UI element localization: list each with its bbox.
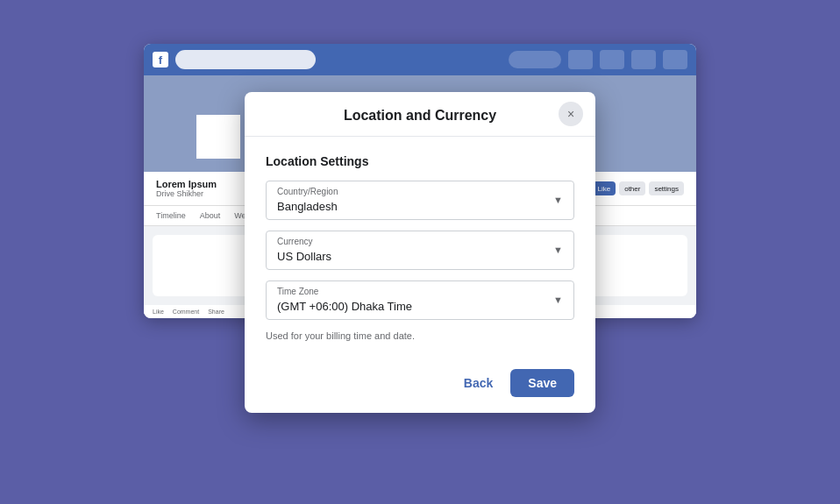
timezone-select[interactable]: Time Zone (GMT +06:00) Dhaka Time ▼ [266, 280, 574, 320]
section-title: Location Settings [266, 154, 574, 168]
location-currency-modal: Location and Currency × Location Setting… [245, 92, 595, 413]
timezone-label: Time Zone [277, 287, 563, 296]
back-button[interactable]: Back [455, 371, 502, 395]
modal-footer: Back Save [245, 358, 595, 413]
currency-value: US Dollars [277, 250, 331, 263]
modal-body: Location Settings Country/Region Banglad… [245, 137, 595, 358]
country-region-select[interactable]: Country/Region Bangladesh ▼ [266, 181, 574, 220]
currency-label: Currency [277, 237, 563, 246]
country-region-value: Bangladesh [277, 200, 338, 213]
modal-overlay: Location and Currency × Location Setting… [0, 0, 840, 504]
modal-close-button[interactable]: × [559, 102, 583, 126]
timezone-note: Used for your billing time and date. [266, 330, 574, 341]
modal-title: Location and Currency [344, 108, 496, 124]
country-region-arrow-icon: ▼ [553, 195, 563, 205]
timezone-value: (GMT +06:00) Dhaka Time [277, 300, 412, 313]
currency-arrow-icon: ▼ [553, 245, 563, 255]
modal-header: Location and Currency × [245, 92, 595, 137]
save-button[interactable]: Save [510, 369, 574, 397]
timezone-arrow-icon: ▼ [553, 295, 563, 305]
country-region-label: Country/Region [277, 187, 563, 196]
currency-select[interactable]: Currency US Dollars ▼ [266, 231, 574, 270]
